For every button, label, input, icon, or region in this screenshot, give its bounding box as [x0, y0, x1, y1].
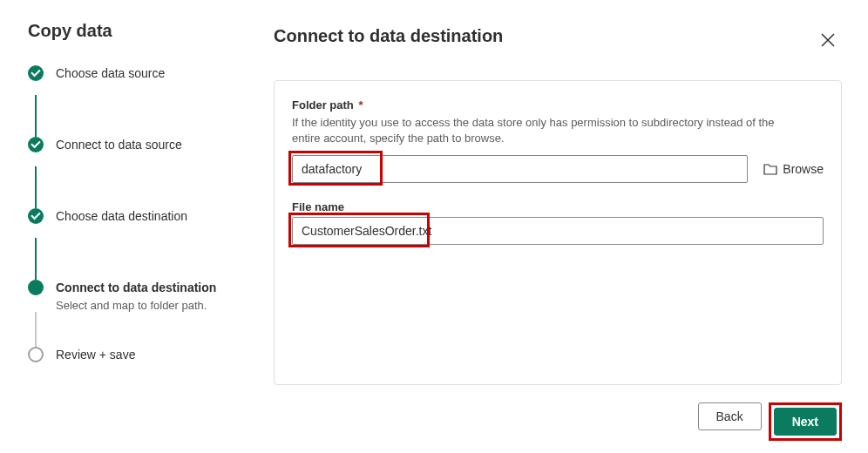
checkmark-icon [28, 137, 44, 152]
highlight-annotation: Next [769, 402, 842, 441]
back-button[interactable]: Back [698, 402, 762, 430]
folder-path-label: Folder path * [292, 98, 824, 112]
step-label: Choose data destination [56, 208, 187, 224]
step-label: Connect to data source [56, 137, 182, 152]
folder-path-description: If the identity you use to access the da… [292, 115, 780, 146]
wizard-sidebar: Copy data Choose data source Connect to … [0, 0, 261, 453]
file-name-input[interactable] [292, 217, 824, 245]
folder-path-input[interactable] [292, 155, 748, 183]
step-connector [35, 95, 37, 137]
sidebar-title: Copy data [28, 21, 261, 41]
step-choose-data-source[interactable]: Choose data source [28, 65, 261, 95]
page-title: Connect to data destination [274, 26, 503, 46]
step-connector [35, 312, 37, 347]
step-review-save[interactable]: Review + save [28, 347, 261, 376]
step-label: Choose data source [56, 65, 165, 81]
form-card: Folder path * If the identity you use to… [274, 80, 842, 385]
folder-icon [763, 163, 777, 175]
browse-button[interactable]: Browse [763, 162, 824, 176]
wizard-footer: Back Next [274, 385, 842, 441]
next-button[interactable]: Next [774, 408, 837, 436]
step-sublabel: Select and map to folder path. [56, 299, 216, 312]
required-marker: * [358, 98, 363, 112]
close-icon [821, 33, 835, 47]
pending-step-icon [28, 347, 44, 362]
close-button[interactable] [814, 26, 842, 54]
active-step-icon [28, 280, 44, 295]
step-connect-to-data-destination[interactable]: Connect to data destination Select and m… [28, 280, 261, 312]
step-choose-data-destination[interactable]: Choose data destination [28, 208, 261, 238]
step-label: Review + save [56, 347, 135, 362]
step-connector [35, 238, 37, 280]
checkmark-icon [28, 65, 44, 81]
step-connect-to-data-source[interactable]: Connect to data source [28, 137, 261, 166]
main-panel: Connect to data destination Folder path … [261, 0, 868, 453]
step-label: Connect to data destination [56, 280, 216, 295]
step-connector [35, 166, 37, 208]
file-name-label: File name [292, 200, 824, 213]
checkmark-icon [28, 208, 44, 224]
